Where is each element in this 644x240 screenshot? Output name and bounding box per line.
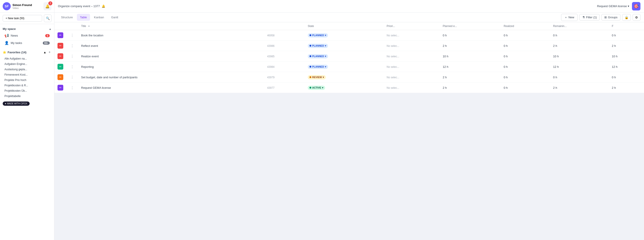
main-content: Organize company event – 1377 🔔 Request … [54,0,644,240]
favorites-list-item[interactable]: Projektkosten Üb... [3,88,52,93]
new-task-button[interactable]: + New task (50) [3,15,42,22]
priority-value: No selec... [386,86,399,89]
planned-value: 2 h [443,76,447,79]
favorites-list-item[interactable]: Aufgaben Engine... [3,61,52,67]
row-planned-cell: 10 h [440,51,501,62]
state-dot-icon [310,55,311,57]
my-space-section: My space ▲ 📢 News 5 👤 My tasks 99+ [0,24,54,48]
row-remaining-cell: 2 h [550,41,609,51]
row-menu-button[interactable]: ⋮ [70,33,75,38]
realized-value: 0 h [504,65,508,69]
row-state-cell[interactable]: PLANNED ▾ [304,62,384,72]
planned-value: 10 h [443,55,448,58]
favorites-list-item[interactable]: Projektkosten & R... [3,83,52,88]
favorites-list-item[interactable]: Firmenevent Kost... [3,72,52,77]
state-badge[interactable]: REVIEW ▾ [308,75,326,79]
row-priority-cell[interactable]: No selec... [384,30,440,41]
lock-button[interactable]: 🔒 [622,14,631,21]
row-menu-button[interactable]: ⋮ [70,54,75,59]
task-title: Realize event [81,55,99,58]
row-priority-cell[interactable]: No selec... [384,72,440,83]
task-id: 43979 [267,76,274,79]
user-role: Video [12,7,32,9]
row-priority-cell[interactable]: No selec... [384,62,440,72]
tab-table[interactable]: Table [77,14,90,21]
table-row[interactable]: ✏ ⋮ Set budget, date and number of parti… [54,72,644,83]
star-icon: ⭐ [3,51,6,54]
row-remaining-cell: 12 h [550,62,609,72]
row-priority-cell[interactable]: No selec... [384,83,440,93]
row-dots-cell: ⋮ [66,83,78,93]
tab-gantt[interactable]: Gantt [108,14,122,21]
state-chevron-icon: ▾ [325,34,326,37]
row-menu-button[interactable]: ⋮ [70,85,75,90]
row-remaining-cell: 2 h [550,83,609,93]
row-priority-cell[interactable]: No selec... [384,41,440,51]
table-row[interactable]: ✏ ⋮ Realize event 43985 PLANNED ▾ No sel… [54,51,644,62]
row-dots-cell: ⋮ [66,62,78,72]
groups-button[interactable]: ⊞ Groups [602,14,620,21]
table-row[interactable]: ✏ ⋮ Reporting 43984 PLANNED ▾ No selec..… [54,62,644,72]
row-title-cell: Set budget, date and number of participa… [78,72,264,83]
state-badge[interactable]: PLANNED ▾ [308,65,328,69]
row-state-cell[interactable]: PLANNED ▾ [304,51,384,62]
row-menu-button[interactable]: ⋮ [70,43,75,48]
state-badge[interactable]: PLANNED ▾ [308,33,328,38]
state-badge[interactable]: PLANNED ▾ [308,54,328,59]
row-id-cell: 43986 [264,41,304,51]
request-gema-link[interactable]: Request GEMA license ▾ [597,5,629,8]
favorites-list-item[interactable]: Alle Aufgaben na... [3,56,52,61]
state-badge[interactable]: ACTIVE ▾ [308,86,325,90]
sort-arrow-icon: ▼ [88,25,90,28]
notification-button[interactable]: 🔔 7 [44,2,52,10]
filter-button[interactable]: ⚗ Filter (1) [580,14,600,21]
row-state-cell[interactable]: ACTIVE ▾ [304,83,384,93]
table-row[interactable]: ✏ ⋮ Book the location 46958 PLANNED ▾ No… [54,30,644,41]
new-button[interactable]: ＋ New [561,14,578,21]
state-badge[interactable]: PLANNED ▾ [308,44,328,48]
row-priority-cell[interactable]: No selec... [384,51,440,62]
sidebar-item-my-tasks[interactable]: 👤 My tasks 99+ [3,39,52,47]
chevron-down-icon: ▾ [628,5,629,8]
favorites-list-item[interactable]: Projekte Prio hoch [3,77,52,83]
favorites-header[interactable]: ⭐ Favorites (14) ▲ + [3,48,52,56]
row-f-cell: 0 h [609,30,644,41]
title-label: Title [81,25,86,28]
task-id: 46958 [267,34,274,37]
tasks-icon: 👤 [4,41,9,45]
row-planned-cell: 12 h [440,62,501,72]
f-value: 0 h [612,76,616,79]
task-title: Set budget, date and number of participa… [81,76,138,79]
row-dots-cell: ⋮ [66,30,78,41]
row-f-cell: 0 h [609,72,644,83]
row-state-cell[interactable]: REVIEW ▾ [304,72,384,83]
col-realized: Realized [500,22,550,30]
priority-value: No selec... [386,55,399,58]
col-remaining: Remainin... [550,22,609,30]
search-button[interactable]: 🔍 [44,15,52,22]
col-icon [54,22,66,30]
topbar: Organize company event – 1377 🔔 Request … [54,0,644,13]
tab-structure[interactable]: Structure [58,14,76,21]
row-menu-button[interactable]: ⋮ [70,64,75,69]
row-state-cell[interactable]: PLANNED ▾ [304,30,384,41]
row-realized-cell: 0 h [500,83,550,93]
my-space-header[interactable]: My space ▲ [3,26,52,32]
favorites-list-item[interactable]: Projekttabelle [3,93,52,99]
tab-kanban[interactable]: Kanban [91,14,107,21]
settings-button[interactable]: ⚙ [633,14,640,21]
row-remaining-cell: 0 h [550,72,609,83]
favorites-list-item[interactable]: Auslastung gepla... [3,67,52,72]
topbar-left: Organize company event – 1377 🔔 [58,5,105,8]
target-icon[interactable]: 🎯 [632,2,640,11]
row-menu-button[interactable]: ⋮ [70,75,75,80]
add-favorite-button[interactable]: + [48,50,52,55]
sidebar-item-news[interactable]: 📢 News 5 [3,32,52,39]
realized-value: 0 h [504,44,508,48]
table-row[interactable]: ✏ ⋮ Request GEMA license 43977 ACTIVE ▾ … [54,83,644,93]
project-title: Organize company event – 1377 [58,5,100,8]
row-title-cell: Reporting [78,62,264,72]
bell-small-icon: 🔔 [102,5,105,8]
row-state-cell[interactable]: PLANNED ▾ [304,41,384,51]
table-row[interactable]: ✏ ⋮ Reflect event 43986 PLANNED ▾ No sel… [54,41,644,51]
